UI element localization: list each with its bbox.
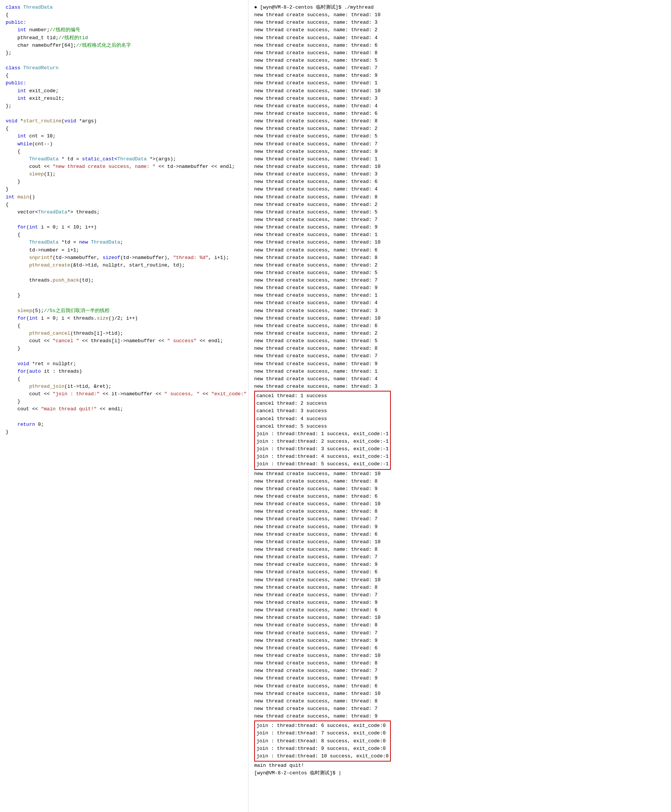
output-line: new thread create success, name: thread:… — [254, 508, 665, 515]
output-line: new thread create success, name: thread:… — [254, 178, 665, 186]
output-line: new thread create success, name: thread:… — [254, 569, 665, 576]
output-line: new thread create success, name: thread:… — [254, 87, 665, 95]
output-line: new thread create success, name: thread:… — [254, 470, 665, 478]
output-line: new thread create success, name: thread:… — [254, 591, 665, 599]
output-line: new thread create success, name: thread:… — [254, 360, 665, 368]
output-line: new thread create success, name: thread:… — [254, 216, 665, 224]
output-line: new thread create success, name: thread:… — [254, 674, 665, 682]
output-line: new thread create success, name: thread:… — [254, 478, 665, 485]
output-line: new thread create success, name: thread:… — [254, 57, 665, 65]
output-line: new thread create success, name: thread:… — [254, 209, 665, 216]
join-line: join : thread:thread: 6 success, exit_co… — [256, 722, 388, 730]
output-line: new thread create success, name: thread:… — [254, 500, 665, 508]
output-line: new thread create success, name: thread:… — [254, 660, 665, 667]
join-line: join : thread:thread: 8 success, exit_co… — [256, 737, 388, 745]
output-line: new thread create success, name: thread:… — [254, 72, 665, 80]
cancel-line: cancel thread: 5 success — [256, 423, 388, 430]
output-line: new thread create success, name: thread:… — [254, 667, 665, 674]
output-line: new thread create success, name: thread:… — [254, 322, 665, 330]
cancel-join-box-1: cancel thread: 1 successcancel thread: 2… — [254, 391, 391, 470]
output-line: new thread create success, name: thread:… — [254, 155, 665, 163]
output-line: new thread create success, name: thread:… — [254, 523, 665, 531]
output-line: new thread create success, name: thread:… — [254, 194, 665, 201]
terminal-prompt: [wyn@VM-8-2-centos 临时测试]$ ./mythread — [260, 5, 374, 10]
output-line: new thread create success, name: thread:… — [254, 299, 665, 307]
code-panel: class ThreadData { public: int number;//… — [0, 0, 249, 812]
cancel-line: cancel thread: 3 success — [256, 407, 388, 415]
output-line: new thread create success, name: thread:… — [254, 584, 665, 591]
output-line: new thread create success, name: thread:… — [254, 19, 665, 26]
output-line: new thread create success, name: thread:… — [254, 34, 665, 42]
output-line: new thread create success, name: thread:… — [254, 485, 665, 493]
output-line: new thread create success, name: thread:… — [254, 292, 665, 299]
cancel-join-box-2: join : thread:thread: 6 success, exit_co… — [254, 720, 391, 761]
cancel-section: cancel thread: 1 successcancel thread: 2… — [256, 392, 388, 430]
output-line: new thread create success, name: thread:… — [254, 645, 665, 652]
output-line: new thread create success, name: thread:… — [254, 614, 665, 621]
output-line: new thread create success, name: thread:… — [254, 269, 665, 277]
output-line: new thread create success, name: thread:… — [254, 42, 665, 49]
join-line: join : thread:thread: 9 success, exit_co… — [256, 745, 388, 752]
join-line: join : thread:thread: 10 success, exit_c… — [256, 752, 388, 760]
source-code: class ThreadData { public: int number;//… — [6, 4, 242, 436]
join-line: join : thread:thread: 5 success, exit_co… — [256, 460, 388, 468]
main-quit-line: main thread quit! — [254, 762, 665, 769]
output-line: new thread create success, name: thread:… — [254, 148, 665, 155]
output-section-1: new thread create success, name: thread:… — [254, 11, 665, 390]
terminal-prompt-line: ● [wyn@VM-8-2-centos 临时测试]$ ./mythread — [254, 4, 665, 11]
output-section-2: new thread create success, name: thread:… — [254, 470, 665, 720]
terminal-panel: ● [wyn@VM-8-2-centos 临时测试]$ ./mythread n… — [249, 0, 671, 812]
output-line: new thread create success, name: thread:… — [254, 170, 665, 178]
output-line: new thread create success, name: thread:… — [254, 284, 665, 292]
cancel-line: cancel thread: 2 success — [256, 400, 388, 407]
output-line: new thread create success, name: thread:… — [254, 307, 665, 315]
output-line: new thread create success, name: thread:… — [254, 315, 665, 322]
join-line: join : thread:thread: 3 success, exit_co… — [256, 445, 388, 453]
output-line: new thread create success, name: thread:… — [254, 576, 665, 584]
output-line: new thread create success, name: thread:… — [254, 683, 665, 690]
output-line: new thread create success, name: thread:… — [254, 337, 665, 345]
output-line: new thread create success, name: thread:… — [254, 652, 665, 660]
output-line: new thread create success, name: thread:… — [254, 352, 665, 360]
output-line: new thread create success, name: thread:… — [254, 224, 665, 231]
output-line: new thread create success, name: thread:… — [254, 133, 665, 140]
output-line: new thread create success, name: thread:… — [254, 277, 665, 284]
output-line: new thread create success, name: thread:… — [254, 538, 665, 546]
join-line: join : thread:thread: 2 success, exit_co… — [256, 438, 388, 445]
output-line: new thread create success, name: thread:… — [254, 375, 665, 383]
output-line: new thread create success, name: thread:… — [254, 254, 665, 262]
output-line: new thread create success, name: thread:… — [254, 201, 665, 209]
output-line: new thread create success, name: thread:… — [254, 599, 665, 606]
output-line: new thread create success, name: thread:… — [254, 383, 665, 390]
final-prompt-line: [wyn@VM-8-2-centos 临时测试]$ | — [254, 769, 665, 777]
output-line: new thread create success, name: thread:… — [254, 606, 665, 614]
output-line: new thread create success, name: thread:… — [254, 186, 665, 193]
output-line: new thread create success, name: thread:… — [254, 125, 665, 133]
output-line: new thread create success, name: thread:… — [254, 102, 665, 110]
output-line: new thread create success, name: thread:… — [254, 26, 665, 34]
join-section-2: join : thread:thread: 6 success, exit_co… — [256, 722, 388, 760]
output-line: new thread create success, name: thread:… — [254, 163, 665, 170]
join-line: join : thread:thread: 1 success, exit_co… — [256, 430, 388, 438]
output-line: new thread create success, name: thread:… — [254, 95, 665, 102]
join-line: join : thread:thread: 4 success, exit_co… — [256, 453, 388, 460]
output-line: new thread create success, name: thread:… — [254, 493, 665, 500]
output-line: new thread create success, name: thread:… — [254, 690, 665, 698]
output-line: new thread create success, name: thread:… — [254, 553, 665, 561]
output-line: new thread create success, name: thread:… — [254, 345, 665, 352]
output-line: new thread create success, name: thread:… — [254, 117, 665, 125]
final-prompt-text: [wyn@VM-8-2-centos 临时测试]$ | — [254, 770, 341, 776]
output-line: new thread create success, name: thread:… — [254, 561, 665, 569]
output-line: new thread create success, name: thread:… — [254, 705, 665, 713]
output-line: new thread create success, name: thread:… — [254, 368, 665, 375]
output-line: new thread create success, name: thread:… — [254, 330, 665, 337]
output-line: new thread create success, name: thread:… — [254, 231, 665, 239]
output-line: new thread create success, name: thread:… — [254, 637, 665, 645]
cancel-line: cancel thread: 1 success — [256, 392, 388, 400]
output-line: new thread create success, name: thread:… — [254, 713, 665, 720]
output-line: new thread create success, name: thread:… — [254, 621, 665, 629]
cancel-line: cancel thread: 4 success — [256, 415, 388, 423]
output-line: new thread create success, name: thread:… — [254, 65, 665, 72]
output-line: new thread create success, name: thread:… — [254, 698, 665, 705]
main-quit-text: main thread quit! — [254, 763, 304, 768]
